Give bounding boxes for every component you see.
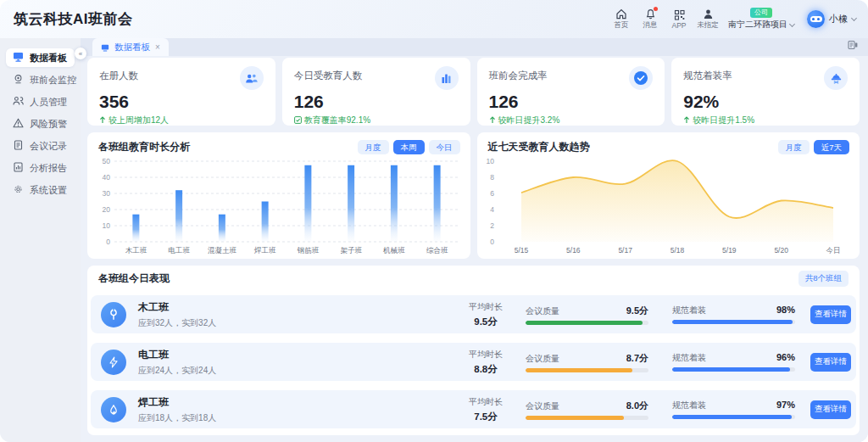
flame-icon [101, 397, 126, 422]
stat-card-completion: 班前会完成率 126 较昨日提升3.2% [477, 58, 665, 126]
team-row-carpentry: 木工班应到32人，实到32人 平均时长9.5分 会议质量9.5分 规范着装98%… [91, 295, 856, 333]
tab-dashboard[interactable]: 数据看板 × [92, 38, 169, 56]
svg-text:木工班: 木工班 [125, 246, 147, 255]
filter-month-button[interactable]: 月度 [778, 140, 810, 154]
stat-card-educated: 今日受教育人数 126 教育覆盖率92.1% [282, 58, 470, 126]
chart-card-duration: 各班组教育时长分析 月度 本周 今日 [87, 132, 470, 259]
nav-messages[interactable]: 消息 [639, 8, 661, 31]
app-window: 筑云科技AI班前会 首页 消息 APP 未指定 公司 南宁二环路项目 [0, 0, 868, 442]
svg-text:0: 0 [490, 238, 494, 246]
filter-week-button[interactable]: 本周 [393, 140, 425, 154]
svg-text:4: 4 [490, 205, 494, 214]
sidebar-item-monitor[interactable]: 班前会监控 [6, 70, 75, 89]
chevron-down-icon [789, 20, 795, 26]
svg-text:5/17: 5/17 [618, 246, 632, 255]
wrench-icon [101, 302, 126, 327]
svg-text:5/20: 5/20 [774, 246, 788, 255]
user-name: 小橡 [829, 13, 848, 25]
arrow-up-icon [99, 116, 106, 126]
tab-options-icon[interactable] [848, 38, 858, 53]
company-badge: 公司 [750, 8, 772, 18]
dress-progress: 规范着装97% [672, 400, 795, 419]
sidebar-item-settings[interactable]: 系统设置 [6, 181, 75, 199]
svg-text:焊工班: 焊工班 [253, 246, 276, 255]
lightning-icon [101, 350, 126, 375]
tab-close-icon[interactable]: × [155, 42, 160, 52]
bar-chart-icon [435, 66, 459, 90]
app-title: 筑云科技AI班前会 [14, 9, 133, 29]
helmet-icon [824, 66, 848, 90]
filter-month-button[interactable]: 月度 [358, 140, 389, 154]
view-details-button[interactable]: 查看详情 [810, 353, 851, 372]
sidebar-collapse-button[interactable]: « [75, 48, 86, 59]
svg-text:钢筋班: 钢筋班 [297, 246, 320, 255]
nav-app[interactable]: APP [668, 9, 690, 30]
svg-text:2: 2 [490, 221, 494, 230]
svg-text:20: 20 [103, 205, 111, 214]
nav-home[interactable]: 首页 [610, 8, 632, 31]
svg-text:5/16: 5/16 [566, 246, 581, 255]
sidebar-item-dashboard[interactable]: 数据看板 [6, 48, 75, 67]
quality-progress: 会议质量8.0分 [526, 400, 648, 420]
svg-text:5/18: 5/18 [670, 246, 684, 255]
svg-text:机械班: 机械班 [382, 246, 405, 255]
users-icon [240, 66, 264, 90]
line-chart: 02468105/155/165/175/185/195/20今日 [482, 156, 855, 257]
chart-card-trend: 近七天受教育人数趋势 月度 近7天 02468105/155/165/ [477, 132, 860, 259]
dress-progress: 规范着装96% [672, 352, 795, 372]
team-row-welding: 焊工班应到18人，实到18人 平均时长7.5分 会议质量8.0分 规范着装97%… [91, 390, 856, 428]
camera-icon [13, 74, 24, 86]
project-selector[interactable]: 公司 南宁二环路项目 [728, 8, 794, 31]
dashboard-content: 在册人数 356 较上周增加12人 今日受教育人数 126 教育覆盖率92.1%… [81, 56, 868, 442]
report-icon [13, 162, 24, 174]
svg-text:混凝土班: 混凝土班 [208, 246, 237, 255]
svg-text:0: 0 [106, 238, 110, 246]
svg-text:40: 40 [103, 173, 111, 182]
document-icon [13, 140, 24, 152]
user-icon [703, 8, 714, 20]
people-icon [13, 96, 24, 108]
svg-text:30: 30 [103, 189, 111, 198]
svg-text:5/15: 5/15 [514, 246, 528, 255]
sidebar-item-personnel[interactable]: 人员管理 [6, 92, 75, 111]
sidebar: 数据看板 班前会监控 人员管理 风险预警 会议记录 分析报告 系统设置 [0, 38, 81, 442]
chevron-down-icon [851, 15, 857, 21]
dress-progress: 规范着装98% [672, 305, 795, 324]
view-details-button[interactable]: 查看详情 [810, 305, 851, 324]
svg-text:6: 6 [490, 189, 494, 198]
nav-unassigned[interactable]: 未指定 [697, 8, 719, 31]
team-row-electric: 电工班应到24人，实到24人 平均时长8.8分 会议质量8.7分 规范着装96%… [91, 343, 856, 381]
arrow-up-icon [683, 116, 690, 126]
svg-text:5/19: 5/19 [722, 246, 737, 255]
stat-card-enrolled: 在册人数 356 较上周增加12人 [87, 58, 275, 126]
quality-progress: 会议质量8.7分 [526, 352, 648, 372]
svg-text:8: 8 [490, 173, 494, 182]
gear-icon [13, 184, 24, 196]
svg-text:架子班: 架子班 [340, 246, 362, 255]
check-circle-icon [629, 66, 653, 90]
team-count-badge[interactable]: 共8个班组 [798, 271, 849, 287]
tab-bar: 数据看板 × [81, 38, 868, 56]
sidebar-item-risk[interactable]: 风险预警 [6, 115, 75, 133]
view-details-button[interactable]: 查看详情 [810, 400, 851, 419]
sidebar-item-records[interactable]: 会议记录 [6, 137, 75, 155]
stat-card-dress: 规范着装率 92% 较昨日提升1.5% [671, 58, 860, 126]
project-name: 南宁二环路项目 [728, 19, 787, 31]
svg-text:综合班: 综合班 [426, 246, 448, 255]
svg-text:50: 50 [103, 157, 111, 165]
svg-text:今日: 今日 [826, 246, 840, 255]
arrow-up-icon [489, 116, 496, 126]
sidebar-item-reports[interactable]: 分析报告 [6, 159, 75, 177]
filter-today-button[interactable]: 今日 [429, 140, 460, 154]
quality-progress: 会议质量9.5分 [526, 305, 648, 325]
user-menu[interactable]: 小橡 [807, 10, 856, 28]
monitor-icon [101, 40, 109, 55]
teams-section: 各班组今日表现 共8个班组 木工班应到32人，实到32人 平均时长9.5分 会议… [87, 266, 860, 435]
warning-icon [13, 118, 24, 130]
svg-text:10: 10 [486, 157, 494, 165]
filter-7days-button[interactable]: 近7天 [814, 140, 849, 154]
bar-chart: 01020304050木工班电工班混凝土班焊工班钢筋班架子班机械班综合班 [92, 156, 465, 257]
top-header: 筑云科技AI班前会 首页 消息 APP 未指定 公司 南宁二环路项目 [0, 0, 868, 38]
home-icon [615, 8, 627, 20]
notification-dot [654, 7, 658, 11]
